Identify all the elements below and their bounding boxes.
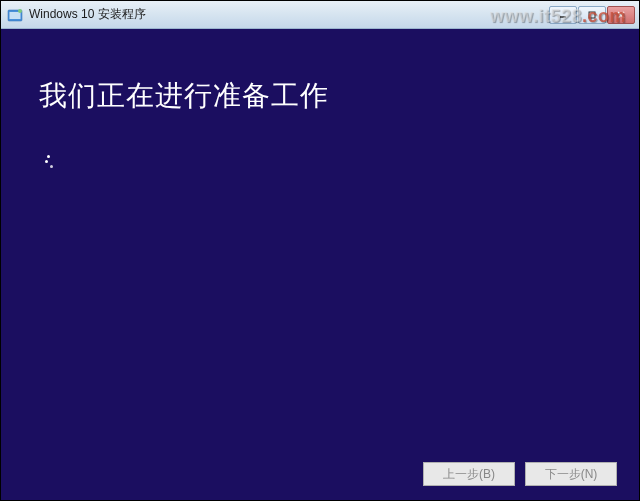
svg-rect-4 — [589, 12, 595, 18]
close-button[interactable] — [607, 6, 635, 24]
footer-buttons: 上一步(B) 下一步(N) — [423, 462, 617, 486]
spinner-area — [39, 153, 601, 173]
loading-spinner-icon — [45, 153, 65, 173]
back-button[interactable]: 上一步(B) — [423, 462, 515, 486]
minimize-button[interactable] — [549, 6, 577, 24]
window-controls — [549, 6, 635, 24]
window-frame: Windows 10 安装程序 我们正在进行准备工作 上一步(B) 下一步(N) — [1, 1, 639, 500]
next-button[interactable]: 下一步(N) — [525, 462, 617, 486]
content-area: 我们正在进行准备工作 上一步(B) 下一步(N) — [1, 29, 639, 500]
maximize-button[interactable] — [578, 6, 606, 24]
app-icon — [7, 7, 23, 23]
window-title: Windows 10 安装程序 — [29, 6, 549, 23]
svg-point-2 — [18, 9, 22, 13]
svg-rect-1 — [10, 12, 21, 19]
titlebar[interactable]: Windows 10 安装程序 — [1, 1, 639, 29]
page-heading: 我们正在进行准备工作 — [39, 77, 601, 115]
